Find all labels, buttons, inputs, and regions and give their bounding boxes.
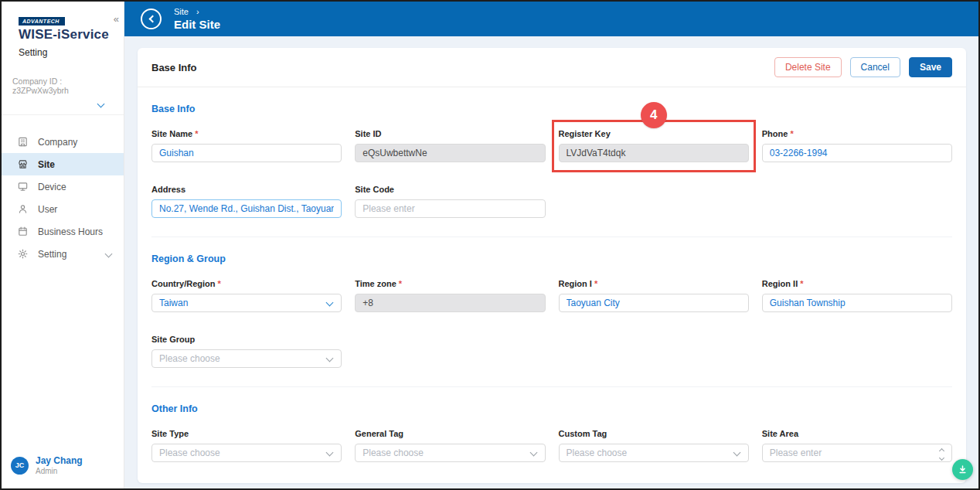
advantech-logo: ADVANTECH <box>19 17 65 26</box>
time-zone-input <box>355 294 545 312</box>
field-country-region: Country/Region* <box>151 279 342 312</box>
sidebar: « ADVANTECH WISE-iService Setting Compan… <box>2 2 124 488</box>
site-code-label: Site Code <box>355 185 394 194</box>
cancel-button[interactable]: Cancel <box>850 57 900 77</box>
sidebar-item-label: Business Hours <box>38 226 103 237</box>
field-site-name: Site Name* <box>151 129 342 162</box>
company-expand[interactable] <box>12 95 114 111</box>
custom-tag-label: Custom Tag <box>559 429 607 438</box>
site-icon <box>17 158 29 170</box>
section-divider <box>151 236 952 237</box>
company-icon <box>17 136 29 148</box>
sidebar-item-device[interactable]: Device <box>2 175 124 198</box>
site-area-label: Site Area <box>762 429 798 438</box>
device-icon <box>17 181 29 192</box>
sidebar-item-label: Company <box>38 137 77 148</box>
breadcrumb-site[interactable]: Site <box>174 7 189 16</box>
address-label: Address <box>151 185 185 194</box>
site-type-label: Site Type <box>151 429 189 438</box>
sidebar-item-setting[interactable]: Setting <box>2 243 124 265</box>
required-marker: * <box>218 279 221 288</box>
site-code-input[interactable] <box>355 199 545 218</box>
custom-tag-value[interactable] <box>559 444 749 462</box>
time-zone-label: Time zone <box>355 279 396 288</box>
content-area: Base Info Delete Site Cancel Save Base I… <box>124 36 978 488</box>
region-1-input[interactable] <box>559 294 749 312</box>
site-type-select[interactable] <box>151 444 342 462</box>
sidebar-item-label: Site <box>38 159 55 170</box>
site-id-input <box>355 144 545 162</box>
product-subtitle: Setting <box>19 47 124 58</box>
chevron-down-icon <box>105 250 113 258</box>
company-id-block: Company ID : z3ZPwXw3ybrh <box>2 58 124 115</box>
breadcrumb: Site › <box>174 7 220 16</box>
field-general-tag: General Tag <box>355 429 545 462</box>
required-marker: * <box>195 129 198 138</box>
sidebar-collapse-icon[interactable]: « <box>114 13 119 25</box>
required-marker: * <box>399 279 402 288</box>
page-header: Site › Edit Site <box>124 2 978 36</box>
chevron-left-icon <box>148 15 156 23</box>
country-region-select[interactable] <box>151 294 342 312</box>
field-custom-tag: Custom Tag <box>559 429 749 462</box>
section-title-other-info: Other Info <box>151 403 952 414</box>
region-2-label: Region II <box>762 279 798 288</box>
phone-input[interactable] <box>762 144 952 162</box>
site-area-input[interactable] <box>762 444 952 462</box>
section-divider <box>151 386 952 387</box>
user-block[interactable]: JC Jay Chang Admin <box>2 455 124 488</box>
user-icon <box>17 203 29 215</box>
custom-tag-select[interactable] <box>559 444 749 462</box>
general-tag-value[interactable] <box>355 444 545 462</box>
country-region-value[interactable] <box>151 294 342 312</box>
save-button[interactable]: Save <box>909 57 952 77</box>
field-time-zone: Time zone* <box>355 279 545 312</box>
region-1-label: Region I <box>559 279 592 288</box>
required-marker: * <box>790 129 793 138</box>
site-area-stepper[interactable] <box>762 444 952 462</box>
field-site-id: Site ID <box>355 129 545 162</box>
sidebar-item-label: Setting <box>38 249 66 260</box>
company-id-text: Company ID : z3ZPwXw3ybrh <box>12 77 114 95</box>
address-input[interactable] <box>151 199 342 218</box>
back-button[interactable] <box>141 9 162 29</box>
site-id-label: Site ID <box>355 129 381 138</box>
sidebar-item-site[interactable]: Site <box>2 153 124 175</box>
required-marker: * <box>800 279 803 288</box>
user-role: Admin <box>36 466 83 476</box>
site-group-value[interactable] <box>151 349 342 368</box>
download-fab-button[interactable] <box>952 459 973 480</box>
avatar: JC <box>11 457 29 475</box>
region-2-input[interactable] <box>762 294 952 312</box>
field-region-2: Region II* <box>762 279 952 312</box>
sidebar-item-company[interactable]: Company <box>2 131 124 153</box>
page-title: Edit Site <box>174 18 220 31</box>
delete-site-button[interactable]: Delete Site <box>774 57 842 77</box>
register-key-label: Register Key <box>559 129 611 138</box>
site-type-value[interactable] <box>151 444 342 462</box>
site-name-input[interactable] <box>151 144 342 162</box>
product-name: WISE-iService <box>19 27 124 43</box>
required-marker: * <box>594 279 597 288</box>
breadcrumb-separator-icon: › <box>196 7 199 16</box>
general-tag-label: General Tag <box>355 429 403 438</box>
site-group-select[interactable] <box>151 349 342 368</box>
setting-gear-icon <box>17 248 29 260</box>
register-key-input <box>559 144 749 162</box>
field-address: Address <box>151 185 342 218</box>
field-register-key: 4 Register Key <box>559 129 749 162</box>
chevron-down-icon <box>97 100 105 108</box>
site-group-label: Site Group <box>151 335 195 344</box>
annotation-step-badge: 4 <box>641 102 667 128</box>
sidebar-item-label: User <box>38 204 57 215</box>
field-phone: Phone* <box>762 129 952 162</box>
app-window: « ADVANTECH WISE-iService Setting Compan… <box>2 2 978 488</box>
sidebar-item-business-hours[interactable]: Business Hours <box>2 220 124 243</box>
field-site-code: Site Code <box>355 185 545 218</box>
sidebar-item-user[interactable]: User <box>2 198 124 220</box>
edit-site-card: Base Info Delete Site Cancel Save Base I… <box>138 48 966 483</box>
card-header: Base Info Delete Site Cancel Save <box>138 48 966 87</box>
field-site-area: Site Area <box>762 429 952 462</box>
edit-site-form: Base Info Site Name* Site ID 4 <box>138 87 966 483</box>
general-tag-select[interactable] <box>355 444 545 462</box>
